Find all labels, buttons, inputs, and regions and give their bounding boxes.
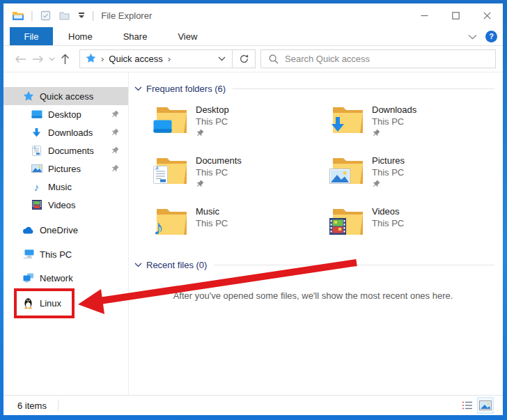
tile-location: This PC — [196, 116, 229, 127]
file-explorer-window: | | File Explorer — [3, 3, 503, 415]
folder-tile-pictures[interactable]: Pictures This PC — [332, 155, 507, 191]
star-icon — [22, 91, 34, 102]
expand-ribbon-icon[interactable] — [468, 31, 477, 42]
tile-name: Music — [196, 205, 228, 217]
breadcrumb[interactable]: › Quick access › — [79, 49, 233, 68]
folder-tile-desktop[interactable]: Desktop This PC — [155, 104, 332, 140]
minimize-button[interactable] — [409, 3, 440, 27]
sidebar-item-videos[interactable]: Videos — [3, 196, 128, 214]
forward-icon[interactable] — [29, 50, 47, 68]
recent-locations-icon[interactable] — [47, 50, 56, 68]
help-icon[interactable]: ? — [485, 31, 497, 42]
properties-icon[interactable] — [39, 8, 53, 22]
computer-icon — [22, 249, 34, 260]
item-count: 6 items — [17, 400, 47, 411]
folder-icon — [155, 104, 188, 134]
sidebar-item-downloads[interactable]: Downloads — [3, 123, 128, 141]
separator: | — [92, 10, 95, 21]
close-button[interactable] — [471, 3, 503, 27]
sidebar-item-quick-access[interactable]: Quick access — [3, 87, 128, 105]
download-icon — [31, 127, 42, 139]
separator: | — [31, 10, 33, 21]
ribbon-tabs: File Home Share View ? — [3, 27, 503, 46]
details-view-icon[interactable] — [460, 398, 475, 413]
customize-toolbar-icon[interactable] — [77, 13, 86, 18]
tile-name: Downloads — [372, 104, 416, 116]
search-box[interactable] — [260, 49, 496, 68]
music-overlay-icon: ♪ — [153, 219, 164, 237]
search-icon — [269, 54, 279, 64]
tile-name: Desktop — [196, 104, 229, 116]
tile-location: This PC — [196, 217, 228, 229]
breadcrumb-separator[interactable]: › — [168, 54, 171, 64]
sidebar-item-label: Quick access — [40, 91, 93, 102]
network-icon — [22, 272, 34, 284]
folder-icon — [332, 155, 364, 185]
picture-overlay-icon — [329, 169, 350, 186]
recent-files-empty-message: After you've opened some files, we'll sh… — [129, 290, 503, 301]
sidebar-item-network[interactable]: Network — [3, 269, 128, 287]
sidebar-item-label: Documents — [48, 146, 94, 156]
collapse-chevron-icon — [134, 263, 142, 267]
folder-tile-documents[interactable]: A Documents This PC — [155, 155, 332, 191]
sidebar-item-documents[interactable]: A Documents — [3, 141, 128, 160]
address-dropdown-icon[interactable] — [214, 56, 229, 61]
download-overlay-icon — [329, 116, 346, 135]
tux-penguin-icon — [22, 297, 34, 309]
picture-icon — [31, 163, 42, 175]
sidebar-item-label: Music — [48, 182, 72, 192]
sidebar-item-pictures[interactable]: Pictures — [3, 160, 128, 178]
folder-icon — [332, 205, 364, 236]
explorer-folder-icon — [11, 8, 25, 22]
tab-view[interactable]: View — [162, 27, 212, 45]
tile-name: Pictures — [372, 155, 405, 166]
sidebar-item-label: OneDrive — [40, 225, 78, 235]
sidebar-item-onedrive[interactable]: OneDrive — [3, 221, 128, 239]
tile-location: This PC — [372, 217, 404, 229]
window-controls — [409, 3, 503, 27]
sidebar-item-linux[interactable]: Linux — [3, 294, 128, 312]
folder-tile-downloads[interactable]: Downloads This PC — [332, 104, 507, 140]
pin-icon — [111, 128, 119, 139]
sidebar-item-label: Desktop — [48, 109, 81, 120]
music-icon: ♪ — [31, 181, 42, 193]
up-icon[interactable] — [56, 50, 74, 68]
sidebar-item-music[interactable]: ♪ Music — [3, 178, 128, 196]
breadcrumb-location[interactable]: Quick access — [109, 54, 162, 64]
tile-location: This PC — [372, 166, 405, 178]
breadcrumb-separator: › — [101, 54, 104, 64]
folder-tile-videos[interactable]: Videos This PC — [332, 205, 507, 242]
quick-access-star-icon — [86, 53, 96, 65]
pin-icon — [111, 146, 119, 157]
folder-tile-music[interactable]: ♪ Music This PC — [155, 205, 332, 242]
desktop-icon — [31, 109, 42, 120]
tab-share[interactable]: Share — [108, 27, 163, 45]
recent-files-header[interactable]: Recent files (0) — [129, 258, 503, 271]
document-overlay-icon: A — [153, 166, 168, 186]
back-icon[interactable] — [12, 50, 29, 68]
frequent-folders-header[interactable]: Frequent folders (6) — [129, 82, 503, 95]
folder-icon: A — [155, 155, 188, 185]
search-input[interactable] — [285, 54, 495, 64]
sidebar-item-label: This PC — [40, 249, 72, 260]
pin-icon — [111, 110, 119, 120]
sidebar-item-label: Videos — [48, 200, 76, 210]
pin-icon — [196, 129, 229, 139]
sidebar-item-desktop[interactable]: Desktop — [3, 105, 128, 123]
large-icons-view-icon[interactable] — [478, 398, 493, 413]
refresh-icon[interactable] — [233, 49, 256, 68]
pin-icon — [111, 164, 119, 175]
tile-location: This PC — [372, 116, 416, 127]
group-header-label: Recent files (0) — [146, 260, 207, 270]
tab-home[interactable]: Home — [53, 27, 108, 45]
group-header-label: Frequent folders (6) — [146, 84, 226, 94]
pin-icon — [372, 180, 405, 190]
status-bar: 6 items — [3, 395, 503, 415]
sidebar-item-label: Downloads — [48, 127, 93, 138]
maximize-button[interactable] — [440, 3, 471, 27]
sidebar-item-this-pc[interactable]: This PC — [3, 245, 128, 263]
new-folder-icon[interactable] — [58, 8, 72, 22]
tab-file[interactable]: File — [10, 27, 53, 45]
folder-icon — [332, 104, 364, 134]
sidebar-item-label: Linux — [40, 298, 61, 309]
